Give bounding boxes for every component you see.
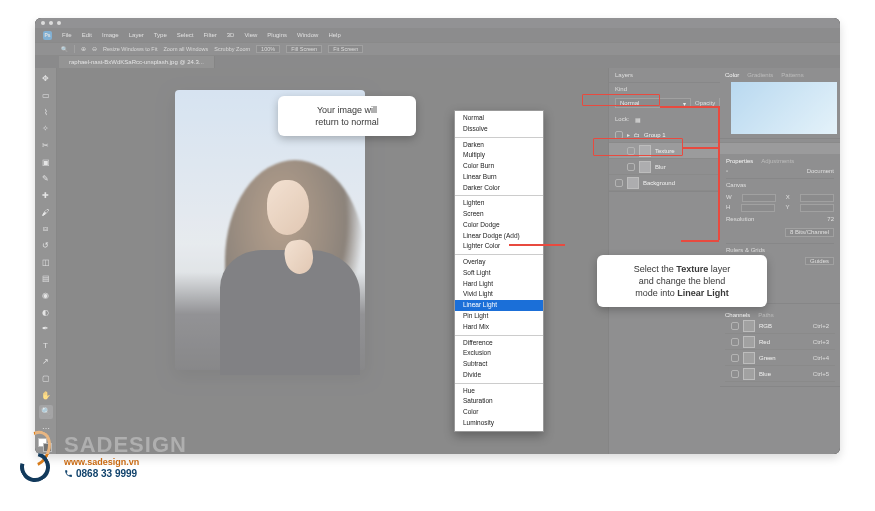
- blend-option[interactable]: Dissolve: [455, 124, 543, 135]
- eraser-tool-icon[interactable]: ◫: [39, 255, 53, 269]
- blend-option[interactable]: Subtract: [455, 359, 543, 370]
- blend-option[interactable]: Screen: [455, 209, 543, 220]
- zoom-out-icon[interactable]: ⊖: [92, 46, 97, 52]
- blend-option[interactable]: Luminosity: [455, 418, 543, 429]
- blend-option[interactable]: Darken: [455, 140, 543, 151]
- paths-tab[interactable]: Paths: [758, 312, 773, 318]
- blend-option[interactable]: Soft Light: [455, 268, 543, 279]
- path-tool-icon[interactable]: ↗: [39, 355, 53, 369]
- color-picker-field[interactable]: [731, 82, 837, 134]
- wand-tool-icon[interactable]: ✧: [39, 122, 53, 136]
- menu-image[interactable]: Image: [102, 32, 119, 38]
- crop-tool-icon[interactable]: ✂: [39, 139, 53, 153]
- blend-option[interactable]: Hue: [455, 386, 543, 397]
- move-tool-icon[interactable]: ✥: [39, 72, 53, 86]
- patterns-tab[interactable]: Patterns: [781, 72, 803, 78]
- opt-resize[interactable]: Resize Windows to Fit: [103, 46, 157, 52]
- type-tool-icon[interactable]: T: [39, 339, 53, 353]
- blend-mode-dropdown[interactable]: Normal Dissolve Darken Multiply Color Bu…: [454, 110, 544, 432]
- blend-option[interactable]: Linear Burn: [455, 172, 543, 183]
- visibility-icon[interactable]: [615, 179, 623, 187]
- blend-option[interactable]: Exclusion: [455, 348, 543, 359]
- blend-option[interactable]: Color Dodge: [455, 220, 543, 231]
- frame-tool-icon[interactable]: ▣: [39, 155, 53, 169]
- menu-window[interactable]: Window: [297, 32, 318, 38]
- stamp-tool-icon[interactable]: ⧈: [39, 222, 53, 236]
- channel-row[interactable]: GreenCtrl+4: [725, 350, 835, 366]
- document-tab[interactable]: raphael-nast-BxWdKSaRcc-unsplash.jpg @ 2…: [59, 56, 215, 68]
- props-doc-icon: ▫: [726, 168, 728, 174]
- brand-phone: 0868 33 9999: [64, 468, 187, 479]
- menu-select[interactable]: Select: [177, 32, 194, 38]
- app-menubar[interactable]: Ps File Edit Image Layer Type Select Fil…: [35, 28, 840, 42]
- blend-option[interactable]: Saturation: [455, 396, 543, 407]
- channel-row[interactable]: RedCtrl+3: [725, 334, 835, 350]
- menu-type[interactable]: Type: [154, 32, 167, 38]
- marquee-tool-icon[interactable]: ▭: [39, 89, 53, 103]
- gradient-tool-icon[interactable]: ▤: [39, 272, 53, 286]
- lasso-tool-icon[interactable]: ⌇: [39, 105, 53, 119]
- rulers-label: Rulers & Grids: [726, 243, 834, 253]
- brush-tool-icon[interactable]: 🖌: [39, 205, 53, 219]
- bitdepth-select[interactable]: 8 Bits/Channel: [785, 228, 834, 237]
- layer-kind-label: Kind: [615, 86, 627, 92]
- channel-row[interactable]: RGBCtrl+2: [725, 318, 835, 334]
- visibility-icon[interactable]: [627, 163, 635, 171]
- color-tab[interactable]: Color: [725, 72, 739, 78]
- blend-option[interactable]: Color: [455, 407, 543, 418]
- btn-fillscreen[interactable]: Fill Screen: [286, 45, 322, 53]
- layers-tab[interactable]: Layers: [615, 72, 633, 78]
- blend-option[interactable]: Overlay: [455, 257, 543, 268]
- blend-option[interactable]: Pin Light: [455, 311, 543, 322]
- blend-option[interactable]: Color Burn: [455, 161, 543, 172]
- properties-tab[interactable]: Properties: [726, 158, 753, 164]
- menu-layer[interactable]: Layer: [129, 32, 144, 38]
- opt-zoomall[interactable]: Zoom all Windows: [163, 46, 208, 52]
- channels-panel: ChannelsPaths RGBCtrl+2 RedCtrl+3 GreenC…: [720, 308, 840, 387]
- blend-option[interactable]: Darker Color: [455, 183, 543, 194]
- menu-edit[interactable]: Edit: [82, 32, 92, 38]
- blend-option[interactable]: Hard Light: [455, 279, 543, 290]
- phone-icon: [64, 469, 73, 478]
- zoom-in-icon[interactable]: ⊕: [81, 46, 86, 52]
- hand-tool-icon[interactable]: ✋: [39, 388, 53, 402]
- heal-tool-icon[interactable]: ✚: [39, 189, 53, 203]
- options-bar: 🔍 ⊕ ⊖ Resize Windows to Fit Zoom all Win…: [35, 42, 840, 56]
- document-tabs: raphael-nast-BxWdKSaRcc-unsplash.jpg @ 2…: [35, 56, 840, 68]
- zoom-tool-icon[interactable]: 🔍: [39, 405, 53, 419]
- folder-icon: 🗀: [634, 132, 640, 138]
- adjustments-tab[interactable]: Adjustments: [761, 158, 794, 164]
- btn-fitscreen[interactable]: Fit Screen: [328, 45, 363, 53]
- dodge-tool-icon[interactable]: ◐: [39, 305, 53, 319]
- zoom-tool-icon: 🔍: [61, 46, 68, 52]
- blend-option[interactable]: Linear Dodge (Add): [455, 231, 543, 242]
- opt-scrubby[interactable]: Scrubby Zoom: [214, 46, 250, 52]
- menu-3d[interactable]: 3D: [227, 32, 235, 38]
- menu-file[interactable]: File: [62, 32, 72, 38]
- channels-tab[interactable]: Channels: [725, 312, 750, 318]
- gradients-tab[interactable]: Gradients: [747, 72, 773, 78]
- blur-tool-icon[interactable]: ◉: [39, 289, 53, 303]
- guides-select[interactable]: Guides: [805, 257, 834, 265]
- pen-tool-icon[interactable]: ✒: [39, 322, 53, 336]
- menu-help[interactable]: Help: [328, 32, 340, 38]
- menu-plugins[interactable]: Plugins: [267, 32, 287, 38]
- blend-option[interactable]: Multiply: [455, 150, 543, 161]
- blend-option[interactable]: Hard Mix: [455, 322, 543, 333]
- window-titlebar: [35, 18, 840, 28]
- zoom-value[interactable]: 100%: [256, 45, 280, 53]
- channel-row[interactable]: BlueCtrl+5: [725, 366, 835, 382]
- menu-filter[interactable]: Filter: [203, 32, 216, 38]
- blend-option[interactable]: Divide: [455, 370, 543, 381]
- blend-option[interactable]: Vivid Light: [455, 289, 543, 300]
- resolution-value[interactable]: 72: [827, 216, 834, 222]
- blend-option[interactable]: Difference: [455, 338, 543, 349]
- menu-view[interactable]: View: [244, 32, 257, 38]
- eyedropper-tool-icon[interactable]: ✎: [39, 172, 53, 186]
- shape-tool-icon[interactable]: ▢: [39, 372, 53, 386]
- lock-icon[interactable]: ▦: [635, 116, 641, 123]
- blend-option[interactable]: Lighten: [455, 198, 543, 209]
- blend-option[interactable]: Normal: [455, 113, 543, 124]
- history-tool-icon[interactable]: ↺: [39, 239, 53, 253]
- blend-option-selected[interactable]: Linear Light: [455, 300, 543, 311]
